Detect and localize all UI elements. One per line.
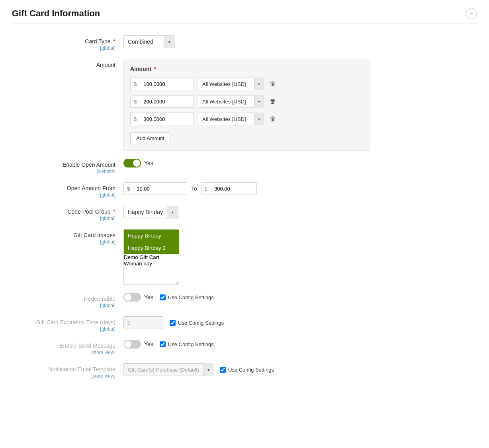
open-amount-to-input-wrapper: $ bbox=[201, 182, 257, 195]
expiration-use-config-label: Use Config Settings bbox=[178, 320, 224, 326]
open-amount-from-input[interactable] bbox=[133, 186, 187, 192]
amount-row-2: $ All Websites [USD] ▾ 🗑 bbox=[130, 95, 364, 108]
gift-card-option-4: Woman day bbox=[124, 261, 179, 267]
amount-input-wrapper-1: $ bbox=[130, 78, 194, 90]
amount-row-1: $ All Websites [USD] ▾ 🗑 bbox=[130, 78, 364, 90]
redeemable-control: Yes Use Config Settings bbox=[123, 293, 370, 302]
gift-card-images-scope: [global] bbox=[12, 239, 115, 245]
notification-email-label: Notification Email Template [store view] bbox=[12, 363, 123, 379]
card-type-row: Card Type * [global] Combined ▾ bbox=[12, 35, 370, 51]
open-amount-to-input[interactable] bbox=[211, 186, 256, 192]
enable-open-amount-toggle[interactable] bbox=[123, 159, 141, 168]
redeemable-row: Redeemable [global] Yes Use Config Setti… bbox=[12, 293, 370, 308]
enable-open-amount-toggle-label: Yes bbox=[144, 160, 153, 166]
gift-card-option-2: Happy Birtday 2 bbox=[124, 242, 179, 254]
card-type-scope: [global] bbox=[12, 45, 115, 51]
enable-open-amount-row: Enable Open Amount [website] Yes bbox=[12, 159, 370, 174]
delete-amount-1[interactable]: 🗑 bbox=[268, 80, 278, 88]
enable-open-amount-control: Yes bbox=[123, 159, 370, 168]
amount-input-2[interactable] bbox=[140, 99, 194, 105]
required-star: * bbox=[113, 38, 115, 45]
code-pool-group-row: Code Pool Group * [global] Happy Birtday… bbox=[12, 206, 370, 221]
card-type-arrow-icon: ▾ bbox=[164, 35, 175, 48]
send-message-toggle[interactable] bbox=[123, 340, 141, 349]
notification-email-arrow-icon: ▾ bbox=[203, 363, 213, 376]
dollar-sign-to: $ bbox=[201, 186, 211, 192]
notification-email-inline-group: Gift Card(s) Purchase (Default) ▾ Use Co… bbox=[123, 363, 370, 376]
card-type-control: Combined ▾ bbox=[123, 35, 370, 48]
delete-amount-2[interactable]: 🗑 bbox=[268, 97, 278, 106]
amount-label: Amount bbox=[12, 59, 123, 68]
open-amount-from-label: Open Amount From [global] bbox=[12, 182, 123, 198]
redeemable-use-config: Use Config Settings bbox=[160, 294, 214, 300]
amount-row-3: $ All Websites [USD] ▾ 🗑 bbox=[130, 113, 364, 125]
redeemable-toggle[interactable] bbox=[123, 293, 141, 302]
notification-email-dropdown[interactable]: Gift Card(s) Purchase (Default) ▾ bbox=[123, 363, 213, 376]
notification-use-config-checkbox[interactable] bbox=[220, 367, 226, 373]
expiration-time-input[interactable] bbox=[123, 316, 163, 329]
toggle-slider-redeemable bbox=[123, 293, 141, 302]
notification-email-scope: [store view] bbox=[12, 373, 115, 379]
expiration-time-inline-group: Use Config Settings bbox=[123, 316, 370, 329]
send-message-inline-group: Yes Use Config Settings bbox=[123, 340, 370, 349]
code-pool-group-scope: [global] bbox=[12, 216, 115, 221]
redeemable-use-config-checkbox[interactable] bbox=[160, 294, 166, 300]
website-arrow-1: ▾ bbox=[254, 78, 264, 90]
amount-section-label: Amount * bbox=[130, 66, 364, 72]
send-message-row: Enable Send Message [store view] Yes Use… bbox=[12, 340, 370, 355]
redeemable-use-config-label: Use Config Settings bbox=[168, 294, 214, 300]
expiration-use-config-checkbox[interactable] bbox=[170, 320, 176, 326]
website-dropdown-3[interactable]: All Websites [USD] ▾ bbox=[198, 113, 264, 125]
card-type-dropdown[interactable]: Combined ▾ bbox=[123, 35, 175, 48]
send-message-toggle-label: Yes bbox=[144, 341, 153, 347]
expiration-time-row: Gift Card Expiration Time (days) [global… bbox=[12, 316, 370, 332]
website-dropdown-2[interactable]: All Websites [USD] ▾ bbox=[198, 95, 264, 108]
code-pool-group-dropdown[interactable]: Happy Birtday ▾ bbox=[123, 206, 178, 218]
dollar-sign-3: $ bbox=[131, 116, 140, 122]
website-dropdown-1[interactable]: All Websites [USD] ▾ bbox=[198, 78, 264, 90]
open-amount-inputs: $ To $ bbox=[123, 182, 370, 195]
send-message-use-config-checkbox[interactable] bbox=[160, 341, 166, 347]
expiration-use-config: Use Config Settings bbox=[170, 320, 224, 326]
card-type-value: Combined bbox=[124, 39, 164, 45]
website-value-2: All Websites [USD] bbox=[198, 99, 254, 105]
website-value-1: All Websites [USD] bbox=[198, 81, 254, 87]
code-pool-group-value: Happy Birtday bbox=[124, 209, 167, 215]
notification-email-row: Notification Email Template [store view]… bbox=[12, 363, 370, 379]
redeemable-scope: [global] bbox=[12, 303, 115, 308]
open-amount-from-scope: [global] bbox=[12, 192, 115, 198]
add-amount-button[interactable]: Add Amount bbox=[130, 132, 170, 144]
website-arrow-3: ▾ bbox=[254, 113, 264, 125]
gift-card-images-select[interactable]: Happy Birtday Happy Birtday 2 Demo Gift … bbox=[123, 229, 179, 285]
redeemable-toggle-label: Yes bbox=[144, 294, 153, 300]
toggle-slider-open-amount bbox=[123, 159, 141, 168]
to-label: To bbox=[191, 185, 197, 192]
amount-control: Amount * $ All Websites [USD] ▾ 🗑 bbox=[123, 59, 370, 151]
enable-open-amount-toggle-wrapper: Yes bbox=[123, 159, 370, 168]
website-value-3: All Websites [USD] bbox=[198, 116, 254, 122]
expiration-time-scope: [global] bbox=[12, 326, 115, 332]
amount-required-star: * bbox=[154, 66, 156, 72]
amount-input-3[interactable] bbox=[140, 116, 194, 122]
gift-card-images-label: Gift Card Images [global] bbox=[12, 229, 123, 245]
send-message-control: Yes Use Config Settings bbox=[123, 340, 370, 349]
gift-card-images-row: Gift Card Images [global] Happy Birtday … bbox=[12, 229, 370, 285]
send-message-use-config: Use Config Settings bbox=[160, 341, 214, 347]
delete-amount-3[interactable]: 🗑 bbox=[268, 115, 278, 123]
send-message-scope: [store view] bbox=[12, 350, 115, 355]
code-pool-group-control: Happy Birtday ▾ bbox=[123, 206, 370, 218]
amount-input-1[interactable] bbox=[140, 81, 194, 87]
open-amount-from-input-wrapper: $ bbox=[123, 182, 187, 195]
amount-row: Amount Amount * $ All Websites [USD] ▾ bbox=[12, 59, 370, 151]
dollar-sign-from: $ bbox=[124, 186, 133, 192]
code-pool-required-star: * bbox=[113, 208, 115, 215]
send-message-use-config-label: Use Config Settings bbox=[168, 341, 214, 347]
collapse-button[interactable]: − bbox=[466, 8, 477, 19]
notification-use-config-label: Use Config Settings bbox=[228, 367, 274, 373]
open-amount-from-row: Open Amount From [global] $ To $ bbox=[12, 182, 370, 198]
redeemable-inline-group: Yes Use Config Settings bbox=[123, 293, 370, 302]
website-arrow-2: ▾ bbox=[254, 95, 264, 108]
code-pool-arrow-icon: ▾ bbox=[167, 206, 178, 218]
dollar-sign-1: $ bbox=[131, 81, 140, 87]
toggle-slider-send-message bbox=[123, 340, 141, 349]
